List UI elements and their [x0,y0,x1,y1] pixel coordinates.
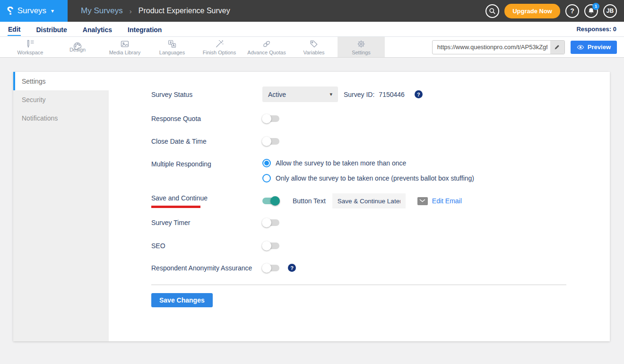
languages-icon [167,39,177,49]
survey-timer-toggle[interactable] [262,219,279,226]
toolbar-item-label: Settings [352,50,371,55]
save-and-continue-toggle[interactable] [262,198,279,204]
user-avatar[interactable]: JB [603,4,617,18]
responses-count: Responses: 0 [576,26,616,33]
toolbar-item-label: Media Library [109,50,141,55]
section-tabs: Edit Distribute Analytics Integration Re… [0,22,624,37]
response-quota-row: Response Quota [151,115,610,122]
chevron-down-icon: ▾ [329,91,332,97]
preview-button[interactable]: Preview [571,41,617,54]
chevron-down-icon: ▾ [51,8,54,14]
radio-option-label: Allow the survey to be taken more than o… [276,159,406,167]
button-text-input[interactable] [332,193,406,208]
workspace-icon [26,39,35,49]
notifications-button[interactable]: 1 [584,4,598,18]
toolbar-item-label: Variables [303,50,324,55]
survey-id-help-icon[interactable]: ? [415,90,423,98]
upgrade-now-button[interactable]: Upgrade Now [504,4,560,18]
save-changes-button[interactable]: Save Changes [151,293,213,307]
pencil-icon [554,44,560,50]
tab-edit[interactable]: Edit [8,23,21,36]
survey-url-field [432,40,565,54]
survey-toolbar: Workspace Design Media Library Languages… [0,37,624,58]
radio-selected-icon[interactable] [262,159,271,167]
breadcrumb-separator-icon: › [130,7,132,15]
help-button[interactable]: ? [565,4,579,18]
breadcrumb-survey-title: Product Experience Survey [139,7,230,15]
response-quota-label: Response Quota [151,115,262,122]
tab-integration[interactable]: Integration [127,23,162,35]
sidebar-item-settings[interactable]: Settings [13,72,109,90]
toggle-knob [262,114,271,123]
survey-status-value: Active [268,91,286,98]
toolbar-item-finish-options[interactable]: Finish Options [196,37,243,57]
seo-toggle[interactable] [262,243,279,249]
email-icon[interactable] [417,197,428,205]
survey-status-dropdown[interactable]: Active ▾ [262,87,338,102]
edit-email-link[interactable]: Edit Email [432,197,462,205]
breadcrumb-my-surveys[interactable]: My Surveys [81,6,123,16]
toolbar-items: Workspace Design Media Library Languages… [0,37,385,57]
edit-url-button[interactable] [550,41,564,54]
toolbar-item-design[interactable]: Design [54,37,101,57]
respondent-anonymity-label: Respondent Anonymity Assurance [151,264,262,272]
notification-badge: 1 [592,3,599,10]
survey-timer-row: Survey Timer [151,219,610,226]
toggle-knob [270,196,280,206]
radio-option-once[interactable]: Only allow the survey to be taken once (… [262,174,474,182]
tab-distribute[interactable]: Distribute [35,23,67,35]
questionpro-logo-icon: ? [7,5,14,17]
settings-content: Survey Status Active ▾ Survey ID: 715044… [109,72,610,307]
toolbar-right: Preview [432,37,624,57]
tab-analytics[interactable]: Analytics [82,23,113,35]
survey-id-label: Survey ID: [344,91,374,98]
content-divider [151,285,566,285]
advance-quotas-icon [262,39,271,49]
settings-icon [356,39,366,49]
radio-option-label: Only allow the survey to be taken once (… [276,174,474,182]
close-date-label: Close Date & Time [151,138,262,145]
toolbar-item-workspace[interactable]: Workspace [7,37,54,57]
toolbar-item-label: Design [69,47,86,52]
toolbar-item-advance-quotas[interactable]: Advance Quotas [243,37,290,57]
avatar-initials: JB [607,8,614,14]
sidebar-item-security[interactable]: Security [13,90,109,109]
save-and-continue-label-wrap: Save and Continue [151,194,262,208]
multiple-responding-label: Multiple Responding [151,160,262,168]
anonymity-help-icon[interactable]: ? [288,264,296,272]
media-library-icon [120,39,130,49]
toolbar-item-languages[interactable]: Languages [148,37,196,57]
toggle-knob [262,218,271,227]
response-quota-toggle[interactable] [262,115,279,122]
toolbar-item-label: Advance Quotas [247,50,286,55]
product-name: Surveys [17,6,46,16]
multiple-responding-options: Allow the survey to be taken more than o… [262,159,474,182]
toolbar-item-label: Languages [159,50,185,55]
sidebar-item-notifications[interactable]: Notifications [13,109,109,127]
close-date-row: Close Date & Time [151,138,610,145]
survey-id-value: 7150446 [379,91,405,98]
multiple-responding-row: Multiple Responding Allow the survey to … [151,159,610,182]
variables-icon [309,39,319,49]
question-mark-icon: ? [570,7,574,15]
settings-sidebar: Settings Security Notifications [13,72,109,341]
toolbar-item-media-library[interactable]: Media Library [101,37,148,57]
respondent-anonymity-toggle[interactable] [262,265,279,271]
survey-url-input[interactable] [433,43,550,51]
product-switcher[interactable]: ? Surveys ▾ [0,0,68,22]
toggle-knob [262,241,271,251]
top-bar: ? Surveys ▾ My Surveys › Product Experie… [0,0,624,22]
close-date-toggle[interactable] [262,138,279,145]
breadcrumb: My Surveys › Product Experience Survey [81,0,230,22]
toolbar-item-variables[interactable]: Variables [290,37,338,57]
search-button[interactable] [485,4,499,18]
radio-unselected-icon[interactable] [262,174,271,182]
radio-option-multiple[interactable]: Allow the survey to be taken more than o… [262,159,474,167]
preview-label: Preview [588,43,611,51]
toolbar-item-settings[interactable]: Settings [338,37,385,57]
toolbar-item-label: Finish Options [203,50,236,55]
respondent-anonymity-row: Respondent Anonymity Assurance ? [151,264,610,272]
survey-timer-label: Survey Timer [151,219,262,226]
seo-row: SEO [151,242,610,250]
survey-status-label: Survey Status [151,91,262,98]
